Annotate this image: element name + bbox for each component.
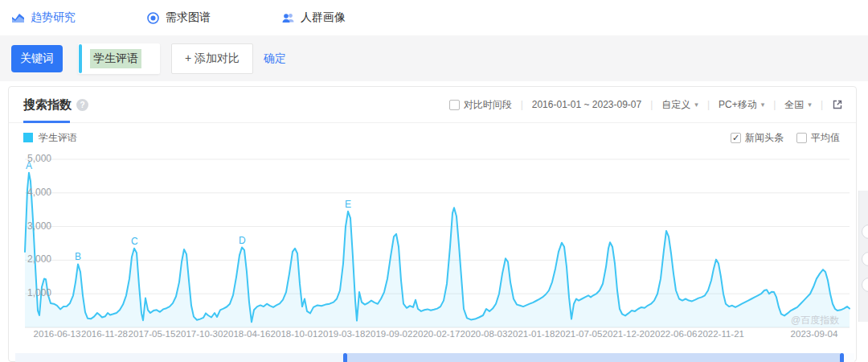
date-range-value: 2016-01-01 ~ 2023-09-07 [532,99,641,110]
news-checkbox[interactable]: ✓ [731,133,741,143]
chevron-down-icon: ▾ [694,101,698,109]
floating-icon[interactable] [862,224,868,239]
keyword-toolbar: 关键词 学生评语 + 添加对比 确定 [0,35,868,81]
slider-track-unselected[interactable] [15,353,343,362]
slider-selected-window[interactable] [347,353,840,362]
x-tick-label: 2020-08-03 [461,329,508,339]
add-compare-button[interactable]: + 添加对比 [171,43,253,74]
y-tick-label: 4,000 [27,187,51,198]
card-header: 搜索指数 ? 对比时间段 | 2016-01-01 ~ 2023-09-07 |… [9,87,856,123]
keyword-value[interactable]: 学生评语 [90,49,141,68]
nav-item-demand-map[interactable]: 需求图谱 [146,10,211,25]
x-tick-label: 2016-11-28 [81,329,128,339]
keyword-button[interactable]: 关键词 [11,45,63,72]
time-range-slider[interactable] [15,353,854,362]
y-tick-label: 1,000 [27,287,51,298]
active-tab-underline [23,121,70,123]
people-icon [281,11,295,25]
peak-label-E: E [345,199,351,210]
range-mode-dropdown[interactable]: 自定义 ▾ [661,98,698,112]
nav-item-label: 需求图谱 [166,10,211,25]
search-index-card: 搜索指数 ? 对比时间段 | 2016-01-01 ~ 2023-09-07 |… [8,86,857,362]
x-tick-label: 2021-01-18 [508,329,555,339]
news-toggle[interactable]: ✓ 新闻头条 [731,131,784,145]
range-mode-value: 自定义 [661,98,690,112]
peak-label-D: D [239,235,246,246]
x-tick-label: 2023-09-04 [791,329,838,339]
external-link-icon[interactable] [832,99,843,110]
x-tick-label: 2020-02-17 [413,329,461,339]
x-tick-label: 2019-09-02 [366,329,413,339]
region-value: 全国 [784,98,804,112]
y-tick-label: 2,000 [27,253,51,265]
peak-label-A: A [26,160,32,171]
x-tick-label: 2019-03-18 [318,329,366,339]
platform-value: PC+移动 [719,98,757,112]
news-label: 新闻头条 [745,131,784,145]
average-checkbox[interactable] [796,133,807,143]
trend-chart-icon [11,11,25,25]
compare-period-control[interactable]: 对比时间段 [449,98,512,112]
help-icon[interactable]: ? [76,99,88,111]
x-tick-label: 2018-04-16 [223,329,271,339]
confirm-button[interactable]: 确定 [264,51,286,66]
panel-title: 搜索指数 [23,97,72,113]
series-legend-label: 学生评语 [39,131,77,145]
watermark: @百度指数 [791,314,839,327]
trend-line-chart[interactable] [9,87,858,362]
x-tick-label: 2018-10-01 [271,329,318,339]
peak-label-C: C [131,236,138,247]
y-tick-label: 3,000 [27,220,51,232]
x-tick-label: 2021-07-05 [555,329,603,339]
nav-item-label: 人群画像 [301,10,346,25]
nav-item-audience-profile[interactable]: 人群画像 [281,10,346,25]
x-tick-label: 2017-10-30 [176,329,223,339]
series-legend-item[interactable]: 学生评语 [23,131,77,145]
legend-row: 学生评语 ✓ 新闻头条 平均值 [23,130,840,146]
region-dropdown[interactable]: 全国 ▾ [784,98,812,112]
nav-item-label: 趋势研究 [31,10,76,25]
nav-item-trend-research[interactable]: 趋势研究 [11,10,76,25]
x-tick-label: 2016-06-13 [34,329,81,339]
peak-label-B: B [75,251,81,262]
floating-side-toolbar[interactable] [858,191,868,322]
chevron-down-icon: ▾ [808,101,812,109]
floating-icon[interactable] [862,278,868,292]
average-label: 平均值 [811,131,840,145]
x-tick-label: 2021-12-20 [603,329,650,339]
series-color-swatch [23,133,33,142]
keyword-accent-bar [79,44,82,73]
date-range-control[interactable]: 2016-01-01 ~ 2023-09-07 [532,99,641,110]
x-tick-label: 2022-06-06 [650,329,698,339]
top-nav: 趋势研究 需求图谱 人群画像 [0,0,868,35]
chart-controls: 对比时间段 | 2016-01-01 ~ 2023-09-07 | 自定义 ▾ … [449,98,843,112]
floating-icon[interactable] [862,252,868,266]
keyword-input[interactable]: 学生评语 [78,43,160,74]
average-toggle[interactable]: 平均值 [796,131,840,145]
compare-period-label: 对比时间段 [464,98,512,112]
platform-dropdown[interactable]: PC+移动 ▾ [719,98,764,112]
slider-track-unselected[interactable] [844,353,854,362]
baidu-index-page: 趋势研究 需求图谱 人群画像 关键词 学生评语 + 添加对比 确定 搜 [0,0,868,362]
x-tick-label: 2022-11-21 [698,329,744,339]
bullseye-icon [146,11,160,25]
x-tick-label: 2017-05-15 [129,329,176,339]
chevron-down-icon: ▾ [761,101,765,109]
compare-period-checkbox[interactable] [449,100,460,110]
